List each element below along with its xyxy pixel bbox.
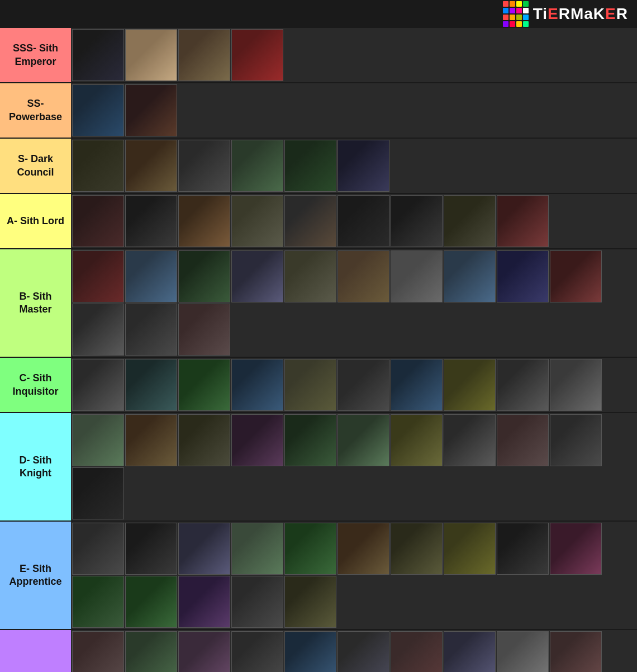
char-b-10: [550, 250, 602, 302]
char-b-5: [284, 250, 336, 302]
char-d-7: [391, 414, 443, 466]
char-hondo: [444, 195, 496, 247]
char-kylo-ren: [72, 467, 124, 519]
char-f-8: [444, 631, 496, 672]
tier-row-f: F- Sith Hopeful: [0, 630, 637, 672]
char-alien-sith-1: [178, 29, 230, 81]
logo-cell: [503, 8, 508, 13]
char-sabine: [178, 631, 230, 672]
char-b-4: [231, 250, 283, 302]
tier-images-f: [71, 630, 637, 672]
logo-cell: [503, 15, 508, 20]
tier-label-s: S- Dark Council: [0, 139, 71, 193]
char-darth-vader: [72, 29, 124, 81]
char-s-3: [178, 140, 230, 192]
logo-cell: [510, 8, 515, 13]
tier-images-sss: [71, 28, 637, 82]
char-d-8: [444, 414, 496, 466]
char-maul: [72, 250, 124, 302]
char-e-4: [231, 523, 283, 575]
header: TiERMaKER: [0, 0, 637, 28]
logo-cell: [510, 21, 515, 27]
char-b-9: [497, 250, 549, 302]
char-kanan: [231, 359, 283, 411]
char-e-14: [231, 576, 283, 628]
char-leia: [178, 304, 230, 356]
logo-cell: [523, 8, 529, 13]
char-d-4: [231, 414, 283, 466]
tier-label-f: F- Sith Hopeful: [0, 630, 71, 672]
char-chewbacca: [337, 250, 389, 302]
char-f-4: [231, 631, 283, 672]
char-a-2: [125, 195, 177, 247]
char-s-4: [231, 140, 283, 192]
tier-row-ss: SS- Powerbase: [0, 83, 637, 139]
char-pink: [550, 523, 602, 575]
logo-cell: [516, 21, 522, 27]
logo-cell: [510, 1, 515, 7]
tier-images-s: [71, 139, 637, 193]
tier-row-e: E- Sith Apprentice: [0, 522, 637, 630]
tiermaker-logo: TiERMaKER: [503, 1, 628, 27]
tier-row-d: D- Sith Knight: [0, 413, 637, 522]
char-s-6: [337, 140, 389, 192]
char-c-2: [125, 359, 177, 411]
char-e-6: [337, 523, 389, 575]
char-c-7: [391, 359, 443, 411]
char-snoke: [125, 414, 177, 466]
char-e-15: [284, 576, 336, 628]
char-a-1: [72, 195, 124, 247]
char-d-6: [337, 414, 389, 466]
tier-row-sss: SSS- Sith Emperor: [0, 28, 637, 83]
char-f-10: [550, 631, 602, 672]
tier-row-b: B- Sith Master: [0, 249, 637, 358]
tier-images-e: [71, 522, 637, 629]
char-f-2: [125, 631, 177, 672]
char-yellow-alien: [444, 359, 496, 411]
logo-cell: [516, 1, 522, 7]
char-yoda: [284, 140, 336, 192]
char-c-1: [72, 359, 124, 411]
tier-label-a: A- Sith Lord: [0, 194, 71, 248]
tier-row-a: A- Sith Lord: [0, 194, 637, 249]
char-green-alien: [178, 359, 230, 411]
char-d-10: [550, 414, 602, 466]
char-jyn: [125, 304, 177, 356]
char-f-5: [284, 631, 336, 672]
char-e-green: [125, 576, 177, 628]
tier-label-d: D- Sith Knight: [0, 413, 71, 520]
char-anakin: [72, 140, 124, 192]
char-han: [284, 359, 336, 411]
tier-label-sss: SSS- Sith Emperor: [0, 28, 71, 82]
char-ig88: [391, 250, 443, 302]
tier-label-e: E- Sith Apprentice: [0, 522, 71, 629]
char-d-5: [284, 414, 336, 466]
char-r2d2: [444, 250, 496, 302]
char-blue-sith: [72, 84, 124, 136]
char-ahsoka: [178, 195, 230, 247]
char-a-6: [337, 195, 389, 247]
logo-cell: [503, 21, 508, 27]
tier-images-b: [71, 249, 637, 357]
tier-label-c: C- Sith Inquisitor: [0, 358, 71, 412]
logo-cell: [516, 15, 522, 20]
char-e-8: [444, 523, 496, 575]
logo-cell: [523, 21, 529, 27]
tier-images-c: [71, 358, 637, 412]
char-f-6: [337, 631, 389, 672]
char-bounty: [391, 631, 443, 672]
tier-table: SSS- Sith Emperor SS- Powerbase S- Dark …: [0, 28, 637, 672]
tier-label-b: B- Sith Master: [0, 249, 71, 357]
logo-cell: [523, 15, 529, 20]
char-e-1: [72, 523, 124, 575]
char-c-10: [550, 359, 602, 411]
logo-text: TiERMaKER: [533, 5, 628, 23]
char-e-purple: [178, 576, 230, 628]
char-a-9: [497, 195, 549, 247]
char-e-2: [125, 523, 177, 575]
char-f-1: [72, 631, 124, 672]
tier-row-s: S- Dark Council: [0, 139, 637, 194]
char-qui-gon: [284, 195, 336, 247]
char-b-3: [178, 250, 230, 302]
char-d-9: [497, 414, 549, 466]
